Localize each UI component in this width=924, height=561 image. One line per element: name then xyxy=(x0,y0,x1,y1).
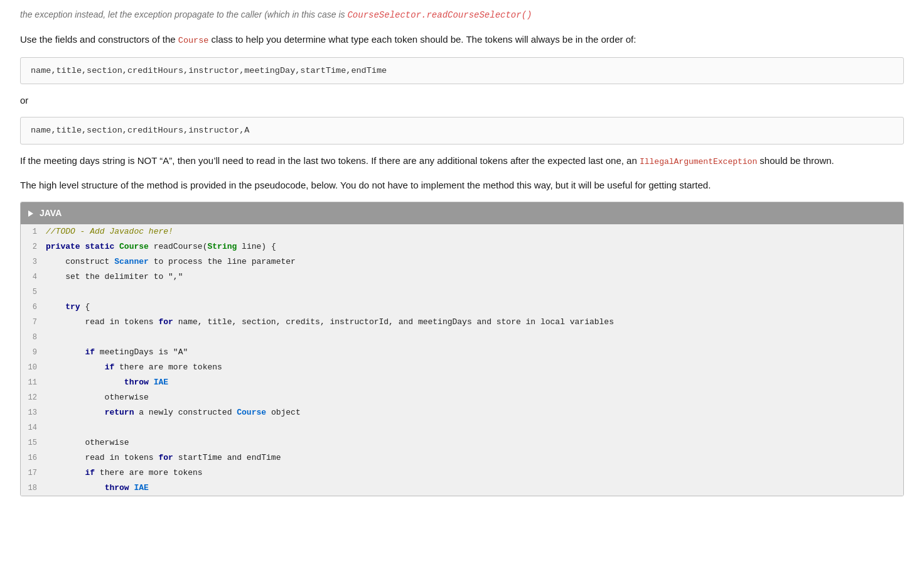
line-num-16: 16 xyxy=(21,451,43,465)
line-content-10: if there are more tokens xyxy=(43,360,222,375)
code-line-8: 8 xyxy=(21,330,903,345)
code-box-1-content: name,title,section,creditHours,instructo… xyxy=(31,66,387,75)
prose-2: The high level structure of the method i… xyxy=(20,178,904,193)
course-class-code: Course xyxy=(178,36,209,45)
line-content-16: read in tokens for startTime and endTime xyxy=(43,450,281,466)
line-content-11: throw IAE xyxy=(43,375,168,390)
code-line-5: 5 xyxy=(21,285,903,300)
intro-text-before: Use the fields and constructors of the xyxy=(20,34,178,45)
line-content-15: otherwise xyxy=(43,435,129,450)
line-content-7: read in tokens for name, title, section,… xyxy=(43,315,614,330)
code-line-1: 1 //TODO - Add Javadoc here! xyxy=(21,224,903,239)
line-content-18: throw IAE xyxy=(43,481,149,496)
line-num-18: 18 xyxy=(21,481,43,495)
line-content-2: private static Course readCourse(String … xyxy=(43,239,276,254)
code-line-6: 6 try { xyxy=(21,300,903,315)
expand-triangle-icon xyxy=(28,210,33,217)
line-num-3: 3 xyxy=(21,255,43,269)
prose-iae-part2: should be thrown. xyxy=(760,155,834,166)
line-content-1: //TODO - Add Javadoc here! xyxy=(43,224,173,239)
code-line-14: 14 xyxy=(21,420,903,435)
code-line-12: 12 otherwise xyxy=(21,390,903,405)
code-line-17: 17 if there are more tokens xyxy=(21,466,903,481)
line-num-12: 12 xyxy=(21,391,43,405)
line-num-8: 8 xyxy=(21,330,43,344)
line-content-8 xyxy=(43,330,51,345)
truncated-prefix: the exception instead, let the exception… xyxy=(20,9,347,19)
line-content-13: return a newly constructed Course object xyxy=(43,405,301,420)
line-num-13: 13 xyxy=(21,406,43,420)
code-line-10: 10 if there are more tokens xyxy=(21,360,903,375)
line-content-9: if meetingDays is "A" xyxy=(43,345,188,360)
intro-text-after: class to help you determine what type ea… xyxy=(208,34,636,45)
line-num-5: 5 xyxy=(21,285,43,299)
page-container: the exception instead, let the exception… xyxy=(0,0,924,516)
code-line-18: 18 throw IAE xyxy=(21,481,903,496)
line-num-6: 6 xyxy=(21,300,43,314)
code-line-15: 15 otherwise xyxy=(21,435,903,450)
or-label: or xyxy=(20,93,904,108)
code-line-11: 11 throw IAE xyxy=(21,375,903,390)
iae-code: IllegalArgumentException xyxy=(640,157,757,166)
line-content-4: set the delimiter to "," xyxy=(43,270,183,285)
line-num-10: 10 xyxy=(21,361,43,374)
java-pseudocode-block: JAVA 1 //TODO - Add Javadoc here! 2 priv… xyxy=(20,202,904,496)
code-line-4: 4 set the delimiter to "," xyxy=(21,270,903,285)
code-line-2: 2 private static Course readCourse(Strin… xyxy=(21,239,903,254)
code-line-13: 13 return a newly constructed Course obj… xyxy=(21,405,903,420)
intro-prose: Use the fields and constructors of the C… xyxy=(20,32,904,48)
code-box-1: name,title,section,creditHours,instructo… xyxy=(20,57,904,85)
truncated-code: CourseSelector.readCourseSelector() xyxy=(347,10,532,20)
line-num-1: 1 xyxy=(21,225,43,239)
java-pseudocode-body: 1 //TODO - Add Javadoc here! 2 private s… xyxy=(21,224,903,496)
code-line-16: 16 read in tokens for startTime and endT… xyxy=(21,450,903,466)
line-content-17: if there are more tokens xyxy=(43,466,203,481)
line-num-15: 15 xyxy=(21,436,43,450)
line-num-7: 7 xyxy=(21,315,43,329)
line-num-2: 2 xyxy=(21,240,43,254)
java-block-label: JAVA xyxy=(40,206,62,220)
code-box-2-content: name,title,section,creditHours,instructo… xyxy=(31,126,249,135)
line-num-9: 9 xyxy=(21,346,43,359)
line-num-11: 11 xyxy=(21,376,43,389)
code-box-2: name,title,section,creditHours,instructo… xyxy=(20,117,904,144)
line-content-5 xyxy=(43,285,51,300)
code-line-3: 3 construct Scanner to process the line … xyxy=(21,254,903,270)
code-line-9: 9 if meetingDays is "A" xyxy=(21,345,903,360)
prose-iae: If the meeting days string is NOT “A”, t… xyxy=(20,153,904,169)
line-content-12: otherwise xyxy=(43,390,149,405)
top-truncated-text: the exception instead, let the exception… xyxy=(20,8,904,22)
line-num-17: 17 xyxy=(21,466,43,480)
line-content-3: construct Scanner to process the line pa… xyxy=(43,254,296,270)
code-line-7: 7 read in tokens for name, title, sectio… xyxy=(21,315,903,330)
line-content-14 xyxy=(43,420,51,435)
line-num-14: 14 xyxy=(21,421,43,435)
line-content-6: try { xyxy=(43,300,90,315)
java-block-header[interactable]: JAVA xyxy=(21,202,903,224)
prose-iae-part1: If the meeting days string is NOT “A”, t… xyxy=(20,155,637,166)
line-num-4: 4 xyxy=(21,270,43,284)
